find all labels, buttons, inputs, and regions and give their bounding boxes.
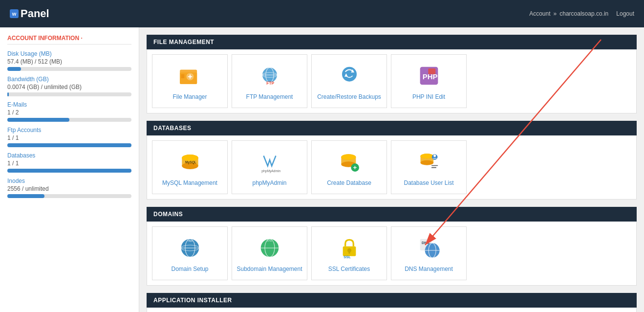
progress-bar-bg	[7, 118, 131, 122]
stat-value: 2556 / unlimited	[7, 185, 131, 192]
svg-point-29	[420, 160, 433, 165]
svg-point-9	[342, 67, 357, 82]
svg-text:phpMyAdmin: phpMyAdmin	[261, 169, 280, 173]
section-header-application-installer: APPLICATION INSTALLER	[147, 293, 637, 308]
domain-setup-icon: https	[176, 235, 203, 262]
progress-bar-bg	[7, 143, 131, 147]
logo-w-icon: w	[10, 9, 19, 18]
logo-panel-text: Panel	[21, 7, 49, 20]
grid-item-subdomain-management[interactable]: STG Subdomain Management	[232, 226, 307, 280]
create-db-icon: +	[336, 149, 363, 176]
stat-value: 1 / 1	[7, 160, 131, 167]
stat-label-disk-usage-(mb): Disk Usage (MB)	[7, 50, 131, 57]
phpmyadmin-icon: phpMyAdmin	[256, 149, 283, 176]
sidebar: ACCOUNT INFORMATION · Disk Usage (MB) 57…	[0, 27, 139, 312]
section-header-file-management: FILE MANAGEMENT	[147, 35, 637, 49]
grid-item-ftp-management[interactable]: FTP FTP Management	[232, 54, 307, 108]
grid-item-database-user-list[interactable]: Database User List	[391, 140, 467, 194]
svg-text:MySQL: MySQL	[185, 160, 196, 164]
progress-bar-bg	[7, 169, 131, 173]
grid-item-label-ftp-management: FTP Management	[246, 93, 293, 100]
grid-item-dns-management[interactable]: DNS DNS Management	[391, 226, 467, 280]
stat-label-databases: Databases	[7, 152, 131, 159]
account-separator: »	[554, 10, 557, 17]
progress-bar-bg	[7, 194, 131, 198]
content: FILE MANAGEMENT File Manager FT	[139, 27, 644, 312]
grid-item-label-create-restore-backups: Create/Restore Backups	[317, 93, 381, 100]
stat-label-e-mails: E-Mails	[7, 101, 131, 108]
stat-value: 0.0074 (GB) / unlimited (GB)	[7, 84, 131, 90]
svg-text:https: https	[188, 239, 193, 242]
section-header-domains: DOMAINS	[147, 207, 637, 222]
progress-bar-fill	[7, 67, 21, 71]
grid-item-ssl-certificates[interactable]: SSL SSL Certificates	[311, 226, 387, 280]
dns-icon: DNS	[415, 235, 442, 262]
db-user-list-icon	[415, 149, 442, 176]
grid-item-mysql-management[interactable]: MySQL MySQL Management	[152, 140, 228, 194]
ssl-icon: SSL	[336, 235, 363, 262]
svg-rect-34	[431, 167, 436, 168]
grid-item-create-restore-backups[interactable]: Create/Restore Backups	[311, 54, 387, 108]
grid-item-label-database-user-list: Database User List	[404, 179, 453, 186]
svg-point-32	[433, 155, 436, 157]
logo: w Panel	[10, 7, 49, 20]
stat-value: 1 / 1	[7, 134, 131, 141]
grid-item-label-ssl-certificates: SSL Certificates	[328, 266, 370, 272]
progress-bar-bg	[7, 67, 131, 71]
stat-label-inodes: Inodes	[7, 178, 131, 184]
stat-value: 57.4 (MB) / 512 (MB)	[7, 58, 131, 65]
section-domains: DOMAINS https Domain Setup STG	[147, 207, 637, 286]
grid-item-label-mysql-management: MySQL Management	[162, 179, 217, 186]
grid-item-label-subdomain-management: Subdomain Management	[236, 266, 302, 272]
subdomain-icon: STG	[256, 235, 283, 262]
svg-text:+: +	[353, 164, 357, 171]
grid-item-phpmyadmin[interactable]: phpMyAdmin phpMyAdmin	[232, 140, 307, 194]
progress-bar-fill	[7, 143, 131, 147]
svg-rect-33	[431, 165, 438, 166]
progress-bar-fill	[7, 169, 131, 173]
stat-label-ftp-accounts: Ftp Accounts	[7, 127, 131, 134]
header: w Panel Account » charcoalsoap.co.in Log…	[0, 0, 644, 27]
account-link[interactable]: Account	[529, 10, 550, 17]
section-body-application-installer	[147, 308, 637, 312]
backups-icon	[336, 63, 363, 89]
svg-rect-14	[428, 68, 435, 74]
grid-item-label-php-ini-edit: PHP INI Edit	[412, 93, 445, 100]
svg-rect-46	[348, 250, 350, 254]
logout-button[interactable]: Logout	[616, 10, 634, 17]
mysql-icon: MySQL	[176, 149, 203, 176]
section-body-databases: MySQL MySQL Management phpMyAdmin phpMyA…	[147, 135, 637, 200]
stat-label-bandwidth-(gb): Bandwidth (GB)	[7, 76, 131, 83]
grid-item-label-phpmyadmin: phpMyAdmin	[252, 179, 286, 186]
grid-item-create-database[interactable]: + Create Database	[311, 140, 387, 194]
section-file-management: FILE MANAGEMENT File Manager FT	[147, 35, 637, 113]
svg-rect-3	[181, 74, 184, 78]
grid-item-label-domain-setup: Domain Setup	[171, 266, 208, 272]
php-icon: PHP	[415, 63, 442, 89]
sections-container: FILE MANAGEMENT File Manager FT	[147, 35, 637, 312]
svg-text:STG: STG	[267, 239, 272, 242]
svg-point-24	[341, 154, 356, 160]
grid-item-domain-setup[interactable]: https Domain Setup	[152, 226, 228, 280]
grid-item-label-create-database: Create Database	[327, 179, 371, 186]
main-layout: ACCOUNT INFORMATION · Disk Usage (MB) 57…	[0, 27, 644, 312]
svg-point-18	[182, 155, 198, 161]
section-application-installer: APPLICATION INSTALLER	[147, 293, 637, 312]
grid-item-label-file-manager: File Manager	[172, 93, 207, 100]
progress-bar-fill	[7, 92, 9, 96]
ftp-icon: FTP	[256, 63, 283, 89]
stats-container: Disk Usage (MB) 57.4 (MB) / 512 (MB) Ban…	[7, 50, 131, 198]
svg-point-30	[420, 154, 433, 158]
section-body-domains: https Domain Setup STG Subdomain Managem…	[147, 222, 637, 286]
section-body-file-management: File Manager FTP FTP Management	[147, 49, 637, 113]
file-manager-icon	[176, 63, 203, 89]
section-databases: DATABASES MySQL MySQL Management phpMyAd…	[147, 121, 637, 200]
grid-item-php-ini-edit[interactable]: PHP PHP INI Edit	[391, 54, 467, 108]
progress-bar-bg	[7, 92, 131, 96]
grid-item-label-dns-management: DNS Management	[405, 266, 453, 272]
header-right: Account » charcoalsoap.co.in Logout	[529, 10, 634, 17]
section-header-databases: DATABASES	[147, 121, 637, 135]
grid-item-file-manager[interactable]: File Manager	[152, 54, 228, 108]
progress-bar-fill	[7, 194, 44, 198]
account-name-link[interactable]: charcoalsoap.co.in	[559, 10, 608, 17]
